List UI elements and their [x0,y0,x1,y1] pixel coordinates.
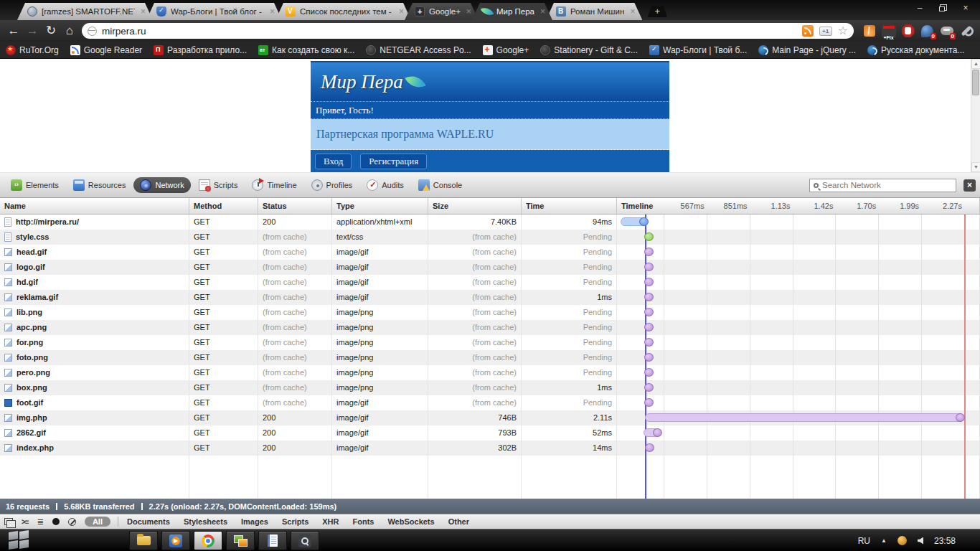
taskbar-app-media-player[interactable] [161,531,190,550]
bookmark-item-7[interactable]: Stationery - Gift & C... [540,45,638,55]
devtools-close-icon[interactable]: × [963,179,976,192]
console-toggle-icon[interactable]: >≡ [22,518,29,526]
panel-tab-network[interactable]: Network [133,177,190,193]
bookmark-item-3[interactable]: Разработка прило... [154,45,247,55]
filter-other[interactable]: Other [448,517,469,526]
antenna-extension[interactable] [859,22,879,39]
tab-6[interactable]: Роман Мишин× [546,3,642,20]
panel-tab-profiles[interactable]: Profiles [305,177,359,193]
language-indicator[interactable]: RU [858,536,870,546]
table-row[interactable]: apc.pngGET(from cache)image/png(from cac… [0,320,980,335]
search-input[interactable] [822,181,952,189]
table-row[interactable]: box.pngGET(from cache)image/png(from cac… [0,380,980,395]
start-button[interactable] [9,531,33,550]
record-list-icon[interactable]: ≣ [37,517,44,527]
record-icon[interactable] [52,518,60,525]
rss-icon[interactable] [802,25,814,37]
back-button[interactable]: ← [4,23,23,39]
new-tab-button[interactable]: + [647,6,667,17]
bookmark-item-4[interactable]: Как создать свою к... [258,45,354,55]
bookmark-item-9[interactable]: Main Page - jQuery ... [758,45,856,55]
tab-close-icon[interactable]: × [141,8,146,15]
bookmark-star-icon[interactable]: ☆ [838,25,848,37]
login-button[interactable]: Вход [315,154,352,169]
table-row[interactable]: foto.pngGET(from cache)image/png(from ca… [0,350,980,365]
column-header-status[interactable]: Status [258,198,332,214]
table-row[interactable]: logo.gifGET(from cache)image/gif(from ca… [0,260,980,275]
column-header-time[interactable]: Time [522,198,617,214]
tab-3[interactable]: Список последних тем - V× [275,3,411,20]
wrench-extension[interactable] [956,22,976,39]
table-row[interactable]: head.gifGET(from cache)image/gif(from ca… [0,245,980,260]
panel-tab-timeline[interactable]: Timeline [245,177,303,193]
clock[interactable]: 23:58 [934,536,956,546]
column-header-size[interactable]: Size [428,198,522,214]
adblock-extension[interactable] [898,22,918,39]
tab-close-icon[interactable]: × [540,8,545,15]
clear-icon[interactable] [68,518,76,526]
filter-scripts[interactable]: Scripts [282,517,308,526]
taskbar-app-chrome[interactable] [194,531,222,550]
home-button[interactable]: ⌂ [60,23,79,39]
bookmark-item-2[interactable]: Google Reader [70,45,142,55]
restore-button[interactable] [931,1,954,14]
bookmark-item-6[interactable]: Google+ [483,45,529,55]
address-bar[interactable]: +1 ☆ [82,23,854,39]
column-header-type[interactable]: Type [332,198,428,214]
table-row[interactable]: foot.gifGET(from cache)image/gif(from ca… [0,395,980,410]
scroll-up-icon[interactable]: ▲ [971,59,980,69]
tab-close-icon[interactable]: × [270,8,275,15]
filter-stylesheets[interactable]: Stylesheets [184,517,227,526]
bookmark-item-8[interactable]: Wap-Блоги | Твой б... [649,45,747,55]
column-header-timeline[interactable]: Timeline567ms851ms1.13s1.42s1.70s1.99s2.… [617,198,980,214]
column-header-name[interactable]: Name [0,198,189,214]
filter-documents[interactable]: Documents [127,517,170,526]
dock-toggle-icon[interactable] [4,518,13,525]
taskbar-app-remote-screens[interactable] [226,531,255,550]
forward-button[interactable]: → [23,23,42,39]
table-row[interactable]: lib.pngGET(from cache)image/png(from cac… [0,305,980,320]
tray-app-icon[interactable] [897,536,907,545]
reload-button[interactable]: ↻ [42,23,60,39]
panel-tab-resources[interactable]: Resources [67,177,133,193]
filter-all[interactable]: All [85,517,110,527]
filter-websockets[interactable]: WebSockets [387,517,434,526]
scroll-down-icon[interactable]: ▼ [971,162,980,172]
taskbar-app-search-app[interactable] [291,531,319,550]
url-input[interactable] [102,26,796,37]
tab-4[interactable]: Google+× [405,3,479,20]
panel-tab-scripts[interactable]: Scripts [192,177,245,193]
panel-tab-elements[interactable]: Elements [4,177,65,193]
close-button[interactable]: × [954,1,977,14]
tab-5[interactable]: Мир Пера× [472,3,552,20]
table-row[interactable]: index.phpGET200image/gif302B14ms [0,441,980,456]
taskbar-app-notepad[interactable] [258,531,287,550]
tab-1[interactable]: [ramzes] SMARTOFF.NET× [17,3,153,20]
table-row[interactable]: img.phpGET200image/gif746B2.11s [0,410,980,425]
partner-banner[interactable]: Партнерская программа WAPLE.RU [311,119,669,150]
page-scrollbar[interactable]: ▲ ▼ [971,59,980,172]
scrollbar-thumb[interactable] [972,70,979,95]
filter-xhr[interactable]: XHR [322,517,339,526]
table-row[interactable]: hd.gifGET(from cache)image/gif(from cach… [0,275,980,290]
register-button[interactable]: Регистрация [360,154,427,169]
tab-close-icon[interactable]: × [399,8,404,15]
fix-extension[interactable]: +Fix [879,22,898,39]
table-row[interactable]: 2862.gifGET200image/gif793B52ms [0,425,980,441]
taskbar-app-explorer[interactable] [129,531,158,550]
bookmark-item-5[interactable]: NETGEAR Access Po... [366,45,471,55]
tab-2[interactable]: Wap-Блоги | Твой блог - З× [146,3,282,20]
panel-tab-console[interactable]: Console [412,177,468,193]
bookmark-item-1[interactable]: RuTor.Org [6,45,59,55]
network-search-box[interactable] [809,179,956,192]
drop-extension[interactable]: 0 [918,22,937,39]
table-row[interactable]: for.pngGET(from cache)image/png(from cac… [0,335,980,350]
column-header-method[interactable]: Method [189,198,258,214]
volume-icon[interactable] [918,537,923,545]
tab-counter-extension[interactable]: 0 [937,22,956,39]
panel-tab-audits[interactable]: Audits [360,177,410,193]
tray-expand-icon[interactable]: ▲ [881,537,887,544]
table-row[interactable]: http://mirpera.ru/GET200application/xhtm… [0,215,980,230]
table-row[interactable]: reklama.gifGET(from cache)image/gif(from… [0,290,980,305]
tab-close-icon[interactable]: × [630,8,635,15]
